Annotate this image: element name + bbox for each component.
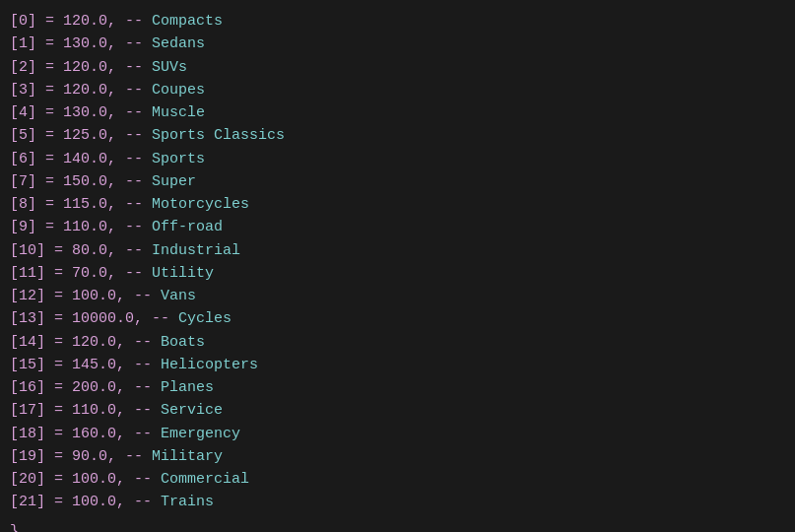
index-bracket: [3]	[10, 79, 36, 101]
numeric-value: 120.0,	[63, 10, 116, 33]
index-bracket: [5]	[10, 124, 36, 147]
list-item: [8] = 115.0, -- Motorcycles	[10, 193, 785, 216]
equals-sign: =	[36, 124, 63, 147]
list-item: [14] = 120.0, -- Boats	[10, 331, 785, 354]
category-label: Helicopters	[161, 354, 258, 376]
category-label: Military	[152, 445, 223, 468]
separator: --	[116, 124, 152, 147]
numeric-value: 130.0,	[63, 33, 116, 55]
index-bracket: [4]	[10, 101, 36, 124]
category-label: Muscle	[152, 101, 205, 124]
separator: --	[125, 331, 161, 354]
equals-sign: =	[45, 376, 72, 399]
category-label: SUVs	[152, 56, 187, 79]
index-bracket: [2]	[10, 56, 36, 79]
equals-sign: =	[36, 216, 63, 238]
equals-sign: =	[45, 307, 72, 330]
equals-sign: =	[45, 399, 72, 422]
list-item: [11] = 70.0, -- Utility	[10, 262, 785, 285]
separator: --	[116, 10, 152, 33]
list-item: [21] = 100.0, -- Trains	[10, 491, 785, 513]
numeric-value: 120.0,	[63, 56, 116, 79]
separator: --	[116, 170, 152, 193]
numeric-value: 100.0,	[72, 491, 125, 513]
equals-sign: =	[45, 262, 72, 285]
category-label: Boats	[161, 331, 205, 354]
separator: --	[125, 423, 161, 445]
list-item: [6] = 140.0, -- Sports	[10, 148, 785, 170]
separator: --	[116, 262, 152, 285]
separator: --	[116, 79, 152, 101]
list-item: [20] = 100.0, -- Commercial	[10, 468, 785, 491]
separator: --	[116, 101, 152, 124]
code-block: [0] = 120.0, -- Compacts[1] = 130.0, -- …	[10, 6, 785, 518]
category-label: Super	[152, 170, 196, 193]
index-bracket: [1]	[10, 33, 36, 55]
separator: --	[125, 285, 161, 307]
equals-sign: =	[36, 33, 63, 55]
equals-sign: =	[36, 193, 63, 216]
separator: --	[116, 239, 152, 262]
list-item: [15] = 145.0, -- Helicopters	[10, 354, 785, 376]
list-item: [10] = 80.0, -- Industrial	[10, 239, 785, 262]
equals-sign: =	[45, 423, 72, 445]
equals-sign: =	[36, 79, 63, 101]
list-item: [4] = 130.0, -- Muscle	[10, 101, 785, 124]
separator: --	[116, 445, 152, 468]
separator: --	[116, 56, 152, 79]
numeric-value: 10000.0,	[72, 307, 143, 330]
separator: --	[116, 148, 152, 170]
equals-sign: =	[45, 331, 72, 354]
list-item: [1] = 130.0, -- Sedans	[10, 33, 785, 55]
list-item: [2] = 120.0, -- SUVs	[10, 56, 785, 79]
category-label: Motorcycles	[152, 193, 249, 216]
index-bracket: [11]	[10, 262, 45, 285]
list-item: [17] = 110.0, -- Service	[10, 399, 785, 422]
category-label: Sports	[152, 148, 205, 170]
equals-sign: =	[36, 56, 63, 79]
list-item: [16] = 200.0, -- Planes	[10, 376, 785, 399]
category-label: Compacts	[152, 10, 223, 33]
numeric-value: 130.0,	[63, 101, 116, 124]
equals-sign: =	[36, 148, 63, 170]
index-bracket: [21]	[10, 491, 45, 513]
list-item: [19] = 90.0, -- Military	[10, 445, 785, 468]
separator: --	[125, 468, 161, 491]
equals-sign: =	[45, 239, 72, 262]
category-label: Off-road	[152, 216, 223, 238]
index-bracket: [0]	[10, 10, 36, 33]
numeric-value: 80.0,	[72, 239, 116, 262]
category-label: Planes	[161, 376, 214, 399]
category-label: Vans	[161, 285, 196, 307]
equals-sign: =	[36, 10, 63, 33]
list-item: [18] = 160.0, -- Emergency	[10, 423, 785, 445]
separator: --	[125, 399, 161, 422]
numeric-value: 120.0,	[63, 79, 116, 101]
numeric-value: 110.0,	[63, 216, 116, 238]
list-item: [5] = 125.0, -- Sports Classics	[10, 124, 785, 147]
index-bracket: [19]	[10, 445, 45, 468]
numeric-value: 100.0,	[72, 468, 125, 491]
list-item: [12] = 100.0, -- Vans	[10, 285, 785, 307]
index-bracket: [12]	[10, 285, 45, 307]
index-bracket: [18]	[10, 423, 45, 445]
separator: --	[116, 33, 152, 55]
category-label: Commercial	[161, 468, 249, 491]
index-bracket: [10]	[10, 239, 45, 262]
separator: --	[143, 307, 178, 330]
index-bracket: [14]	[10, 331, 45, 354]
numeric-value: 70.0,	[72, 262, 116, 285]
numeric-value: 90.0,	[72, 445, 116, 468]
category-label: Coupes	[152, 79, 205, 101]
numeric-value: 125.0,	[63, 124, 116, 147]
equals-sign: =	[36, 101, 63, 124]
list-item: [13] = 10000.0, -- Cycles	[10, 307, 785, 330]
equals-sign: =	[45, 445, 72, 468]
category-label: Trains	[161, 491, 214, 513]
list-item: [7] = 150.0, -- Super	[10, 170, 785, 193]
equals-sign: =	[45, 285, 72, 307]
list-item: [3] = 120.0, -- Coupes	[10, 79, 785, 101]
equals-sign: =	[45, 491, 72, 513]
index-bracket: [8]	[10, 193, 36, 216]
category-label: Cycles	[178, 307, 232, 330]
